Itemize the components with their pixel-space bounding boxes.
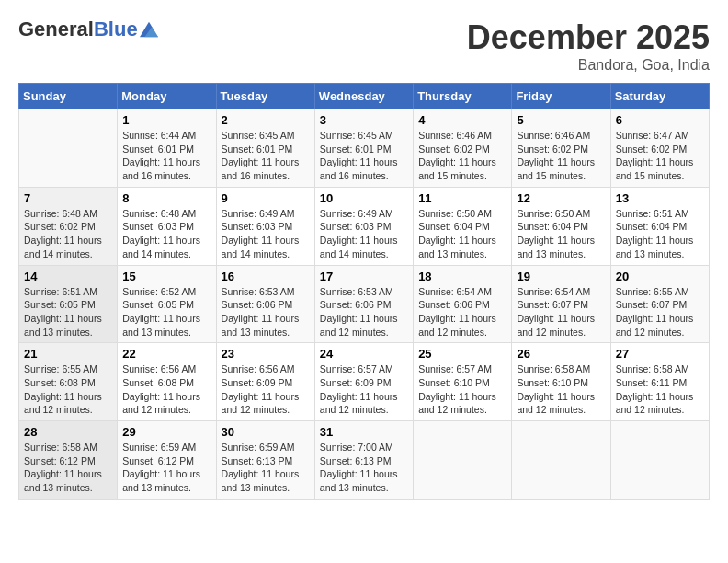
day-info: Sunrise: 6:48 AMSunset: 6:02 PMDaylight:…	[24, 207, 112, 261]
calendar-cell: 25Sunrise: 6:57 AMSunset: 6:10 PMDayligh…	[414, 343, 512, 421]
day-number: 29	[122, 425, 210, 439]
day-number: 13	[616, 191, 704, 205]
calendar-cell: 21Sunrise: 6:55 AMSunset: 6:08 PMDayligh…	[19, 343, 118, 421]
day-number: 31	[320, 425, 408, 439]
calendar-cell: 14Sunrise: 6:51 AMSunset: 6:05 PMDayligh…	[19, 265, 118, 343]
calendar-cell	[414, 421, 512, 500]
calendar-cell: 8Sunrise: 6:48 AMSunset: 6:03 PMDaylight…	[118, 187, 216, 265]
calendar-cell: 1Sunrise: 6:44 AMSunset: 6:01 PMDaylight…	[118, 109, 216, 188]
calendar-cell: 28Sunrise: 6:58 AMSunset: 6:12 PMDayligh…	[19, 421, 118, 500]
calendar-day-header: Saturday	[610, 84, 709, 109]
day-number: 1	[122, 113, 210, 127]
day-info: Sunrise: 6:45 AMSunset: 6:01 PMDaylight:…	[222, 129, 310, 183]
calendar-cell: 11Sunrise: 6:50 AMSunset: 6:04 PMDayligh…	[414, 187, 512, 265]
day-number: 10	[320, 191, 408, 205]
day-number: 28	[24, 425, 112, 439]
location-label: Bandora, Goa, India	[467, 57, 710, 74]
calendar-cell: 2Sunrise: 6:45 AMSunset: 6:01 PMDaylight…	[216, 109, 314, 188]
day-info: Sunrise: 6:54 AMSunset: 6:06 PMDaylight:…	[418, 285, 506, 339]
calendar-cell: 22Sunrise: 6:56 AMSunset: 6:08 PMDayligh…	[118, 343, 216, 421]
calendar-table: SundayMondayTuesdayWednesdayThursdayFrid…	[18, 83, 710, 500]
day-number: 22	[122, 347, 210, 361]
day-info: Sunrise: 6:59 AMSunset: 6:12 PMDaylight:…	[122, 441, 210, 495]
calendar-cell: 3Sunrise: 6:45 AMSunset: 6:01 PMDaylight…	[314, 109, 413, 188]
calendar-week-row: 28Sunrise: 6:58 AMSunset: 6:12 PMDayligh…	[19, 421, 710, 500]
calendar-cell: 4Sunrise: 6:46 AMSunset: 6:02 PMDaylight…	[414, 109, 512, 188]
calendar-day-header: Friday	[512, 84, 610, 109]
day-number: 21	[24, 347, 112, 361]
day-number: 17	[320, 270, 408, 283]
day-info: Sunrise: 6:56 AMSunset: 6:09 PMDaylight:…	[222, 362, 310, 417]
calendar-cell: 26Sunrise: 6:58 AMSunset: 6:10 PMDayligh…	[512, 343, 610, 421]
month-title: December 2025	[467, 18, 710, 57]
day-info: Sunrise: 6:57 AMSunset: 6:10 PMDaylight:…	[418, 362, 506, 417]
day-number: 19	[517, 270, 605, 283]
day-info: Sunrise: 7:00 AMSunset: 6:13 PMDaylight:…	[320, 441, 408, 495]
calendar-cell: 30Sunrise: 6:59 AMSunset: 6:13 PMDayligh…	[216, 421, 314, 500]
day-number: 7	[24, 191, 112, 205]
calendar-day-header: Wednesday	[314, 84, 413, 109]
day-info: Sunrise: 6:55 AMSunset: 6:08 PMDaylight:…	[24, 362, 112, 417]
day-number: 14	[24, 270, 112, 283]
calendar-cell: 19Sunrise: 6:54 AMSunset: 6:07 PMDayligh…	[512, 265, 610, 343]
day-info: Sunrise: 6:49 AMSunset: 6:03 PMDaylight:…	[320, 207, 408, 261]
day-info: Sunrise: 6:58 AMSunset: 6:11 PMDaylight:…	[616, 362, 704, 417]
day-number: 15	[122, 270, 210, 283]
day-number: 11	[418, 191, 506, 205]
day-info: Sunrise: 6:51 AMSunset: 6:04 PMDaylight:…	[616, 207, 704, 261]
calendar-week-row: 21Sunrise: 6:55 AMSunset: 6:08 PMDayligh…	[19, 343, 710, 421]
calendar-cell: 7Sunrise: 6:48 AMSunset: 6:02 PMDaylight…	[19, 187, 118, 265]
day-number: 30	[222, 425, 310, 439]
day-number: 18	[418, 270, 506, 283]
calendar-cell	[610, 421, 709, 500]
calendar-cell: 13Sunrise: 6:51 AMSunset: 6:04 PMDayligh…	[610, 187, 709, 265]
calendar-cell: 9Sunrise: 6:49 AMSunset: 6:03 PMDaylight…	[216, 187, 314, 265]
day-number: 12	[517, 191, 605, 205]
day-info: Sunrise: 6:46 AMSunset: 6:02 PMDaylight:…	[418, 129, 506, 183]
day-info: Sunrise: 6:53 AMSunset: 6:06 PMDaylight:…	[222, 285, 310, 339]
calendar-cell: 6Sunrise: 6:47 AMSunset: 6:02 PMDaylight…	[610, 109, 709, 188]
day-number: 16	[222, 270, 310, 283]
calendar-cell: 24Sunrise: 6:57 AMSunset: 6:09 PMDayligh…	[314, 343, 413, 421]
calendar-cell: 10Sunrise: 6:49 AMSunset: 6:03 PMDayligh…	[314, 187, 413, 265]
calendar-cell: 18Sunrise: 6:54 AMSunset: 6:06 PMDayligh…	[414, 265, 512, 343]
calendar-cell: 16Sunrise: 6:53 AMSunset: 6:06 PMDayligh…	[216, 265, 314, 343]
calendar-cell: 31Sunrise: 7:00 AMSunset: 6:13 PMDayligh…	[314, 421, 413, 500]
day-info: Sunrise: 6:59 AMSunset: 6:13 PMDaylight:…	[222, 441, 310, 495]
day-info: Sunrise: 6:54 AMSunset: 6:07 PMDaylight:…	[517, 285, 605, 339]
calendar-week-row: 7Sunrise: 6:48 AMSunset: 6:02 PMDaylight…	[19, 187, 710, 265]
day-info: Sunrise: 6:45 AMSunset: 6:01 PMDaylight:…	[320, 129, 408, 183]
calendar-cell	[512, 421, 610, 500]
calendar-cell	[19, 109, 118, 188]
day-number: 20	[616, 270, 704, 283]
calendar-cell: 17Sunrise: 6:53 AMSunset: 6:06 PMDayligh…	[314, 265, 413, 343]
day-info: Sunrise: 6:51 AMSunset: 6:05 PMDaylight:…	[24, 285, 112, 339]
title-block: December 2025 Bandora, Goa, India	[467, 18, 710, 74]
calendar-cell: 23Sunrise: 6:56 AMSunset: 6:09 PMDayligh…	[216, 343, 314, 421]
day-info: Sunrise: 6:56 AMSunset: 6:08 PMDaylight:…	[122, 362, 210, 417]
calendar-cell: 27Sunrise: 6:58 AMSunset: 6:11 PMDayligh…	[610, 343, 709, 421]
logo-blue-text: Blue	[94, 17, 138, 40]
day-info: Sunrise: 6:58 AMSunset: 6:10 PMDaylight:…	[517, 362, 605, 417]
day-number: 6	[616, 113, 704, 127]
day-info: Sunrise: 6:46 AMSunset: 6:02 PMDaylight:…	[517, 129, 605, 183]
calendar-cell: 29Sunrise: 6:59 AMSunset: 6:12 PMDayligh…	[118, 421, 216, 500]
day-info: Sunrise: 6:57 AMSunset: 6:09 PMDaylight:…	[320, 362, 408, 417]
calendar-week-row: 1Sunrise: 6:44 AMSunset: 6:01 PMDaylight…	[19, 109, 710, 188]
day-info: Sunrise: 6:58 AMSunset: 6:12 PMDaylight:…	[24, 441, 112, 495]
calendar-cell: 12Sunrise: 6:50 AMSunset: 6:04 PMDayligh…	[512, 187, 610, 265]
day-number: 5	[517, 113, 605, 127]
day-number: 4	[418, 113, 506, 127]
day-number: 9	[222, 191, 310, 205]
calendar-cell: 5Sunrise: 6:46 AMSunset: 6:02 PMDaylight…	[512, 109, 610, 188]
logo-general-text: General	[18, 17, 94, 40]
day-number: 8	[122, 191, 210, 205]
day-info: Sunrise: 6:52 AMSunset: 6:05 PMDaylight:…	[122, 285, 210, 339]
calendar-day-header: Monday	[118, 84, 216, 109]
calendar-body: 1Sunrise: 6:44 AMSunset: 6:01 PMDaylight…	[19, 109, 710, 500]
day-number: 2	[222, 113, 310, 127]
page-header: GeneralBlue December 2025 Bandora, Goa, …	[18, 18, 710, 74]
day-info: Sunrise: 6:53 AMSunset: 6:06 PMDaylight:…	[320, 285, 408, 339]
calendar-day-header: Tuesday	[216, 84, 314, 109]
day-number: 25	[418, 347, 506, 361]
